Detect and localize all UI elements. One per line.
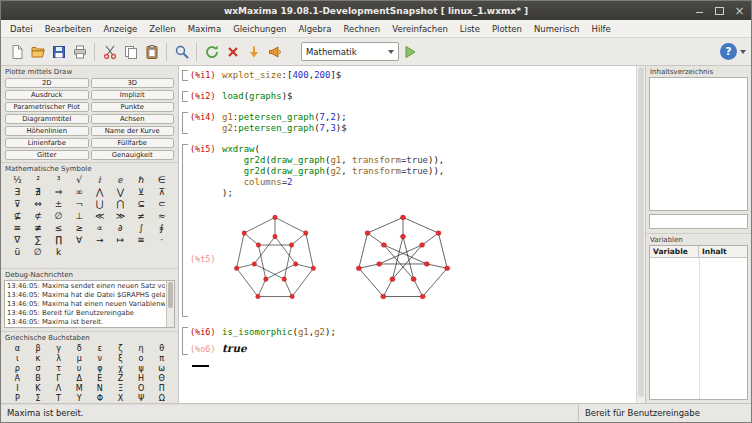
menu-hilfe[interactable]: Hilfe: [586, 22, 617, 36]
symbol-button[interactable]: ⋁: [110, 186, 131, 198]
menu-algebra[interactable]: Algebra: [293, 22, 338, 36]
symbol-button[interactable]: ≈: [151, 210, 172, 222]
draw-button-punkte[interactable]: Punkte: [91, 102, 175, 112]
cell-style-select[interactable]: Mathematik: [301, 42, 399, 61]
copy-icon[interactable]: [120, 41, 141, 62]
menu-maxima[interactable]: Maxima: [182, 22, 227, 36]
greek-letter-button[interactable]: κ: [28, 353, 49, 363]
cell-bracket[interactable]: [182, 327, 188, 355]
symbol-button[interactable]: ½: [7, 174, 28, 186]
symbol-button[interactable]: ∇: [7, 234, 28, 246]
symbol-button[interactable]: ⊼: [151, 186, 172, 198]
greek-letter-button[interactable]: Ε: [90, 373, 111, 383]
debug-scrollbar-thumb[interactable]: [168, 282, 173, 308]
symbol-button[interactable]: ⊽: [7, 198, 28, 210]
menu-numerisch[interactable]: Numerisch: [528, 22, 586, 36]
symbol-button[interactable]: ⊆: [131, 198, 152, 210]
greek-letter-button[interactable]: υ: [69, 363, 90, 373]
symbol-button[interactable]: ≡: [7, 222, 28, 234]
paste-icon[interactable]: [141, 41, 162, 62]
greek-letter-button[interactable]: γ: [48, 343, 69, 353]
draw-button-ausdruck[interactable]: Ausdruck: [5, 90, 89, 100]
symbol-button[interactable]: ∝: [90, 222, 111, 234]
greek-letter-button[interactable]: χ: [110, 363, 131, 373]
greek-letter-button[interactable]: Ψ: [131, 393, 152, 403]
user-symbol-button[interactable]: ∅: [28, 246, 49, 258]
symbol-button[interactable]: ∂: [110, 222, 131, 234]
draw-button-f-llfarbe[interactable]: Füllfarbe: [91, 138, 175, 148]
draw-button-implizit[interactable]: Implizit: [91, 90, 175, 100]
draw-button-achsen[interactable]: Achsen: [91, 114, 175, 124]
draw-button-parametrischer-plot[interactable]: Parametrischer Plot: [5, 102, 89, 112]
greek-letter-button[interactable]: Χ: [110, 393, 131, 403]
symbol-button[interactable]: ≅: [131, 234, 152, 246]
evaluate-cells-icon[interactable]: [243, 41, 264, 62]
restart-maxima-icon[interactable]: [201, 41, 222, 62]
symbol-button[interactable]: ⊥: [69, 210, 90, 222]
cell-bracket[interactable]: [182, 91, 188, 102]
symbol-button[interactable]: ∀: [69, 234, 90, 246]
greek-letter-button[interactable]: Υ: [69, 393, 90, 403]
debug-scrollbar[interactable]: [166, 281, 174, 327]
toc-filter-input[interactable]: [649, 214, 748, 229]
menu-datei[interactable]: Datei: [4, 22, 39, 36]
symbol-button[interactable]: ⅇ: [110, 174, 131, 186]
open-folder-icon[interactable]: [27, 41, 48, 62]
minimize-icon[interactable]: [693, 4, 706, 17]
code-text[interactable]: columns=2: [222, 177, 292, 188]
symbol-button[interactable]: ⊈: [7, 210, 28, 222]
menu-vereinfachen[interactable]: Vereinfachen: [386, 22, 454, 36]
symbol-button[interactable]: ³: [48, 174, 69, 186]
greek-letter-button[interactable]: Φ: [90, 393, 111, 403]
menu-rechnen[interactable]: Rechnen: [337, 22, 386, 36]
user-symbol-button[interactable]: ü: [7, 246, 28, 258]
draw-button-name-der-kurve[interactable]: Name der Kurve: [91, 126, 175, 136]
close-icon[interactable]: [733, 4, 746, 17]
greek-letter-button[interactable]: Ω: [151, 393, 172, 403]
greek-letter-button[interactable]: Ο: [131, 383, 152, 393]
greek-letter-button[interactable]: θ: [151, 343, 172, 353]
find-icon[interactable]: [171, 41, 192, 62]
draw-button-diagrammtitel[interactable]: Diagrammtitel: [5, 114, 89, 124]
code-text[interactable]: g2:petersen_graph(7,3)$: [222, 123, 347, 134]
symbol-button[interactable]: √: [69, 174, 90, 186]
menu-gleichungen[interactable]: Gleichungen: [227, 22, 292, 36]
greek-letter-button[interactable]: Π: [151, 383, 172, 393]
code-text[interactable]: wxdraw(: [222, 144, 260, 155]
symbol-button[interactable]: ↦: [110, 234, 131, 246]
worksheet-scrollbar[interactable]: [636, 66, 645, 403]
help-icon[interactable]: [720, 43, 737, 60]
draw-button-gitter[interactable]: Gitter: [5, 150, 89, 160]
code-text[interactable]: g1:petersen_graph(7,2);: [222, 112, 347, 123]
greek-letter-button[interactable]: ο: [131, 353, 152, 363]
greek-letter-button[interactable]: Τ: [48, 393, 69, 403]
greek-letter-button[interactable]: ε: [90, 343, 111, 353]
symbol-button[interactable]: ≫: [110, 210, 131, 222]
symbol-button[interactable]: ⋅: [151, 234, 172, 246]
greek-letter-button[interactable]: Λ: [48, 383, 69, 393]
draw-button-genauigkeit[interactable]: Genauigkeit: [91, 150, 175, 160]
greek-letter-button[interactable]: φ: [90, 363, 111, 373]
code-text[interactable]: load(graphs)$: [222, 91, 292, 102]
symbol-button[interactable]: ∈: [151, 174, 172, 186]
symbol-button[interactable]: ≪: [90, 210, 111, 222]
symbol-button[interactable]: ℏ: [131, 174, 152, 186]
greek-letter-button[interactable]: ζ: [110, 343, 131, 353]
greek-letter-button[interactable]: μ: [69, 353, 90, 363]
variables-table-body[interactable]: [650, 258, 747, 399]
new-document-icon[interactable]: [6, 41, 27, 62]
symbol-button[interactable]: →: [90, 234, 111, 246]
symbol-button[interactable]: ∄: [28, 186, 49, 198]
save-icon[interactable]: [48, 41, 69, 62]
greek-letter-button[interactable]: Σ: [28, 393, 49, 403]
greek-letter-button[interactable]: Δ: [69, 373, 90, 383]
greek-letter-button[interactable]: ν: [90, 353, 111, 363]
worksheet[interactable]: (%i1)wxplot_size:[400,200]$(%i2)load(gra…: [179, 66, 645, 403]
greek-letter-button[interactable]: δ: [69, 343, 90, 353]
symbol-button[interactable]: ⊄: [28, 210, 49, 222]
horizontal-caret[interactable]: [192, 365, 209, 367]
greek-letter-button[interactable]: Θ: [151, 373, 172, 383]
greek-letter-button[interactable]: λ: [48, 353, 69, 363]
follow-icon[interactable]: [264, 41, 285, 62]
menu-plotten[interactable]: Plotten: [486, 22, 528, 36]
